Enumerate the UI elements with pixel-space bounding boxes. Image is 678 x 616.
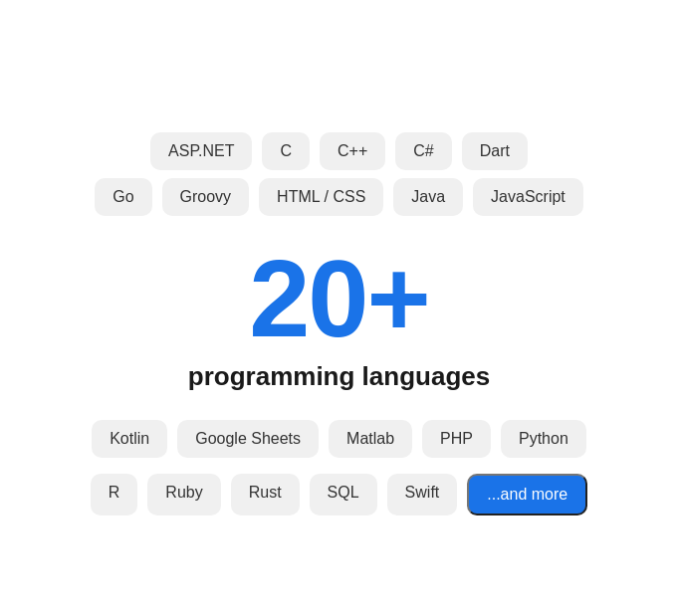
languages-count: 20+ bbox=[249, 244, 429, 353]
tag-c: C bbox=[262, 132, 310, 170]
tag-java: Java bbox=[393, 178, 463, 216]
bottom-row-1: Kotlin Google Sheets Matlab PHP Python bbox=[92, 420, 586, 458]
top-row-2: Go Groovy HTML / CSS Java JavaScript bbox=[95, 178, 583, 216]
tag-php: PHP bbox=[422, 420, 491, 458]
tag-r: R bbox=[91, 474, 138, 515]
tag-dart: Dart bbox=[462, 132, 528, 170]
tag-sql: SQL bbox=[310, 474, 377, 515]
tag-matlab: Matlab bbox=[329, 420, 412, 458]
tag-go: Go bbox=[95, 178, 151, 216]
tag-html-css: HTML / CSS bbox=[259, 178, 383, 216]
tag-ruby: Ruby bbox=[147, 474, 220, 515]
and-more-button[interactable]: ...and more bbox=[467, 474, 587, 515]
tag-groovy: Groovy bbox=[162, 178, 250, 216]
tag-python: Python bbox=[501, 420, 586, 458]
tag-kotlin: Kotlin bbox=[92, 420, 167, 458]
bottom-row-2: R Ruby Rust SQL Swift ...and more bbox=[91, 474, 587, 515]
tag-cpp: C++ bbox=[320, 132, 385, 170]
center-section: 20+ programming languages bbox=[188, 244, 490, 392]
tag-aspnet: ASP.NET bbox=[150, 132, 252, 170]
tag-swift: Swift bbox=[387, 474, 458, 515]
top-row-1: ASP.NET C C++ C# Dart bbox=[150, 132, 528, 170]
main-container: ASP.NET C C++ C# Dart Go Groovy HTML / C… bbox=[20, 20, 658, 616]
tag-csharp: C# bbox=[395, 132, 451, 170]
tag-google-sheets: Google Sheets bbox=[177, 420, 319, 458]
languages-subtitle: programming languages bbox=[188, 361, 490, 392]
tag-rust: Rust bbox=[231, 474, 300, 515]
tag-javascript: JavaScript bbox=[473, 178, 583, 216]
